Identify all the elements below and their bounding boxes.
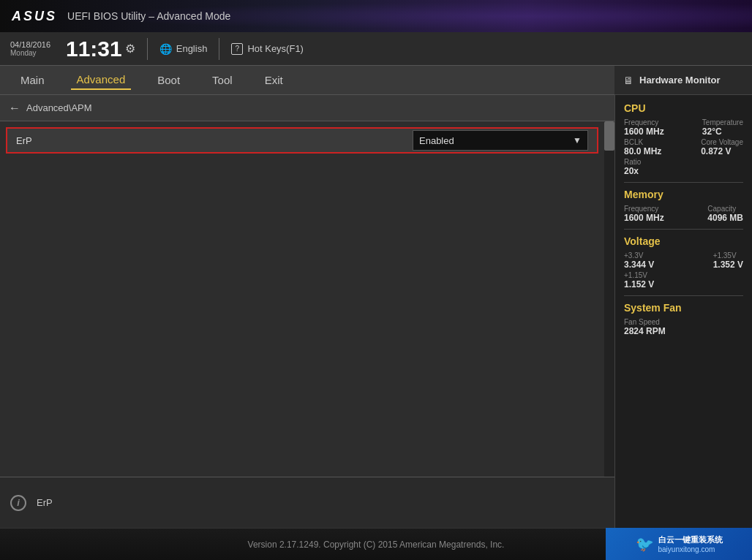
asus-logo: ASUS bbox=[12, 9, 57, 24]
mem-cap-value: 4096 MB bbox=[707, 213, 743, 223]
date-block: 04/18/2016 Monday bbox=[10, 40, 54, 57]
mem-freq-label: Frequency bbox=[624, 205, 664, 213]
cpu-bclk-col: BCLK 80.0 MHz bbox=[624, 138, 661, 156]
monitor-icon: 🖥 bbox=[623, 75, 633, 86]
v135-value: 1.352 V bbox=[713, 260, 743, 270]
vertical-divider bbox=[147, 38, 148, 60]
back-arrow[interactable]: ← bbox=[9, 102, 20, 115]
cpu-bclk-value: 80.0 MHz bbox=[624, 146, 661, 156]
time-display: 11:31 ⚙ bbox=[66, 38, 135, 60]
v135-label: +1.35V bbox=[713, 251, 743, 260]
globe-icon: 🌐 bbox=[159, 43, 172, 55]
content-area: ← Advanced\APM ErP Enabled ▼ i ErP bbox=[0, 95, 614, 528]
sidebar-title: Hardware Monitor bbox=[639, 75, 721, 86]
scrollbar-thumb[interactable] bbox=[604, 121, 614, 151]
date-text: 04/18/2016 bbox=[10, 40, 54, 49]
voltage-33-135-row: +3.3V 3.344 V +1.35V 1.352 V bbox=[624, 251, 743, 270]
cpu-bclk-label: BCLK bbox=[624, 138, 661, 146]
breadcrumb-text: Advanced\APM bbox=[26, 102, 92, 113]
footer-bar: Version 2.17.1249. Copyright (C) 2015 Am… bbox=[0, 528, 752, 560]
gear-icon[interactable]: ⚙ bbox=[125, 42, 135, 56]
vertical-divider-2 bbox=[219, 38, 219, 60]
info-icon: i bbox=[10, 495, 26, 511]
fan-speed-label: Fan Speed bbox=[624, 318, 743, 326]
day-text: Monday bbox=[10, 49, 54, 57]
nav-item-exit[interactable]: Exit bbox=[259, 71, 289, 89]
erp-label: ErP bbox=[16, 135, 413, 146]
mem-freq-value: 1600 MHz bbox=[624, 213, 664, 223]
nav-item-boot[interactable]: Boot bbox=[151, 71, 186, 89]
nav-bar: Main Advanced Boot Tool Exit bbox=[0, 66, 614, 95]
footer-text: Version 2.17.1249. Copyright (C) 2015 Am… bbox=[248, 540, 505, 550]
hotkeys-label: Hot Keys(F1) bbox=[247, 43, 304, 54]
breadcrumb-bar: ← Advanced\APM bbox=[0, 95, 614, 121]
fan-section-title: System Fan bbox=[624, 302, 743, 314]
cpu-freq-temp-row: Frequency 1600 MHz Temperature 32°C bbox=[624, 118, 743, 137]
nav-item-tool[interactable]: Tool bbox=[206, 71, 238, 89]
cpu-corev-col: Core Voltage 0.872 V bbox=[701, 138, 743, 156]
erp-row[interactable]: ErP Enabled ▼ bbox=[6, 127, 598, 154]
cpu-freq-label: Frequency bbox=[624, 118, 664, 126]
cpu-freq-value: 1600 MHz bbox=[624, 126, 664, 137]
mem-freq-cap-row: Frequency 1600 MHz Capacity 4096 MB bbox=[624, 205, 743, 223]
question-icon: ? bbox=[231, 43, 243, 55]
footer-logo-line2: baiyunxitong.com bbox=[658, 545, 723, 553]
v33-label: +3.3V bbox=[624, 251, 654, 260]
bios-title: UEFI BIOS Utility – Advanced Mode bbox=[67, 10, 230, 22]
v135-col: +1.35V 1.352 V bbox=[713, 251, 743, 270]
v33-value: 3.344 V bbox=[624, 260, 654, 270]
voltage-115-row: +1.15V 1.152 V bbox=[624, 271, 743, 290]
voltage-section-title: Voltage bbox=[624, 235, 743, 247]
fan-speed-col: Fan Speed 2824 RPM bbox=[624, 318, 743, 336]
nav-item-main[interactable]: Main bbox=[15, 71, 50, 89]
cpu-bclk-corev-row: BCLK 80.0 MHz Core Voltage 0.872 V bbox=[624, 138, 743, 156]
erp-dropdown[interactable]: Enabled ▼ bbox=[413, 130, 588, 151]
cpu-section-title: CPU bbox=[624, 102, 743, 114]
cpu-temp-col: Temperature 32°C bbox=[702, 118, 743, 137]
mem-cap-col: Capacity 4096 MB bbox=[707, 205, 743, 223]
twitter-bird-icon: 🐦 bbox=[636, 535, 654, 553]
settings-area: ErP Enabled ▼ bbox=[0, 121, 614, 477]
v115-label: +1.15V bbox=[624, 271, 743, 279]
info-bar: i ErP bbox=[0, 477, 614, 528]
cpu-corev-label: Core Voltage bbox=[701, 138, 743, 146]
memory-section-title: Memory bbox=[624, 189, 743, 200]
mem-freq-col: Frequency 1600 MHz bbox=[624, 205, 664, 223]
nav-item-advanced[interactable]: Advanced bbox=[71, 70, 132, 90]
v115-value: 1.152 V bbox=[624, 279, 743, 290]
footer-logo-line1: 白云一键重装系统 bbox=[658, 534, 723, 545]
erp-dropdown-value: Enabled bbox=[419, 135, 454, 146]
cpu-corev-value: 0.872 V bbox=[701, 146, 743, 156]
language-section[interactable]: 🌐 English bbox=[159, 43, 208, 55]
v33-col: +3.3V 3.344 V bbox=[624, 251, 654, 270]
cpu-ratio-row: Ratio 20x bbox=[624, 158, 743, 176]
cpu-ratio-label: Ratio bbox=[624, 158, 743, 166]
cpu-temp-label: Temperature bbox=[702, 118, 743, 126]
time-text: 11:31 bbox=[66, 38, 122, 60]
footer-logo: 🐦 白云一键重装系统 baiyunxitong.com bbox=[606, 528, 752, 560]
hotkeys-section[interactable]: ? Hot Keys(F1) bbox=[231, 43, 304, 55]
cpu-temp-value: 32°C bbox=[702, 126, 743, 137]
sidebar-content: CPU Frequency 1600 MHz Temperature 32°C … bbox=[615, 95, 752, 528]
cpu-ratio-value: 20x bbox=[624, 166, 743, 176]
scrollbar-track[interactable] bbox=[604, 121, 614, 477]
dropdown-arrow-icon: ▼ bbox=[573, 135, 582, 145]
cpu-freq-col: Frequency 1600 MHz bbox=[624, 118, 664, 137]
fan-speed-value: 2824 RPM bbox=[624, 326, 743, 336]
language-label: English bbox=[176, 43, 208, 54]
info-text: ErP bbox=[37, 497, 53, 508]
sidebar: CPU Frequency 1600 MHz Temperature 32°C … bbox=[614, 95, 752, 528]
mem-cap-label: Capacity bbox=[707, 205, 743, 213]
